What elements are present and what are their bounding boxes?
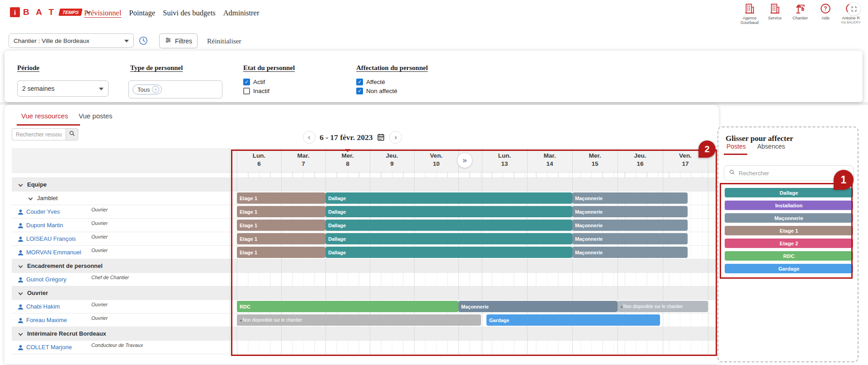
date-range-label: 6 - 17 févr. 2023 [320, 133, 373, 142]
bar-label: RDC [240, 304, 250, 309]
person-name[interactable]: Chabi Hakim [26, 300, 60, 314]
day-name: Mer. [572, 152, 618, 159]
person-name[interactable]: Dupont Martin [26, 219, 63, 232]
remove-chip-icon[interactable]: × [152, 86, 159, 93]
gantt-bar-etage-1[interactable]: Etage 1 [237, 220, 326, 231]
group-row-equipe[interactable]: Equipe [12, 178, 717, 192]
gantt-bar-gardage[interactable]: Gardage [486, 314, 660, 326]
tab-vue-ressources[interactable]: Vue ressources [21, 112, 68, 120]
quick-icon-label: Aide [821, 16, 830, 20]
assign-side-panel: Glisser pour affecter Postes Absences Da… [717, 126, 859, 362]
quick-icon-label: Antoine R [842, 16, 860, 20]
group-row-jamblet[interactable]: JambletEtage 1DallageMaçonnerie [12, 192, 717, 205]
gantt-bar-dallage[interactable]: Dallage [326, 247, 572, 258]
quick-agence-gourbaud[interactable]: Agence Gourbaud [737, 3, 762, 25]
gantt-bar-dallage[interactable]: Dallage [326, 192, 572, 204]
day-header-lun-13: Lun.13 [482, 148, 527, 173]
poste-chip-installation[interactable]: Installation [725, 201, 853, 210]
person-icon [17, 304, 24, 312]
gantt-bar-dallage[interactable]: Dallage [326, 233, 572, 244]
nav-suivi-des-budgets[interactable]: Suivi des budgets [163, 9, 215, 18]
tous-chip-label: Tous [137, 86, 150, 93]
crane-icon [794, 3, 806, 15]
person-role: Ouvrier [91, 248, 108, 253]
resource-search-input[interactable] [12, 128, 66, 140]
gantt-bar-dallage[interactable]: Dallage [326, 206, 572, 217]
poste-chip-etage-1[interactable]: Etage 1 [725, 226, 853, 235]
today-marker-icon [345, 149, 350, 155]
next-period-button[interactable]: › [389, 131, 402, 144]
gantt-bar-maconnerie[interactable]: Maçonnerie [572, 233, 688, 244]
gantt-bar-non-disponible-sur-le-chantier[interactable]: ◂Non disponible sur le chantier [237, 314, 481, 326]
type-personnel-input[interactable]: Tous × [128, 80, 222, 98]
person-name[interactable]: Guinot Grégory [26, 273, 66, 286]
periode-select[interactable]: 2 semaines [17, 80, 108, 97]
group-row-ouvrier[interactable]: Ouvrier [12, 286, 717, 300]
gantt-bar-maconnerie[interactable]: Maçonnerie [572, 220, 688, 231]
tab-vue-postes[interactable]: Vue postes [79, 112, 113, 120]
bar-label: Dallage [328, 236, 346, 242]
day-number: 14 [527, 160, 572, 167]
tab-postes[interactable]: Postes [726, 143, 746, 150]
poste-chip-dallage[interactable]: Dallage [725, 188, 853, 197]
nav-previsionnel[interactable]: Prévisionnel [84, 9, 122, 18]
person-role: Ouvrier [91, 302, 108, 307]
person-name[interactable]: Couder Yves [26, 205, 60, 219]
chantier-select[interactable]: Chantier : Ville de Bordeaux [9, 33, 134, 48]
gantt-bar-maconnerie[interactable]: Maçonnerie [572, 206, 688, 217]
tab-absences[interactable]: Absences [757, 143, 785, 150]
quick-aide[interactable]: ?Aide [813, 3, 838, 25]
fullscreen-button[interactable] [847, 2, 861, 16]
person-name[interactable]: LOISEAU François [26, 232, 76, 246]
gantt-bar-etage-1[interactable]: Etage 1 [237, 206, 326, 217]
skip-weekend-button[interactable]: » [457, 153, 472, 168]
person-name[interactable]: MORVAN Emmanuel [26, 246, 81, 259]
checkbox-affecte[interactable]: ✓Affecté [356, 79, 397, 85]
poste-chip-maconnerie[interactable]: Maçonnerie [725, 213, 853, 223]
calendar-icon[interactable] [377, 133, 385, 143]
gantt-bar-maconnerie[interactable]: Maçonnerie [572, 192, 688, 204]
affectation-personnel-label: Affectation du personnel [356, 64, 428, 72]
person-icon [17, 276, 24, 285]
gantt-bar-maconnerie[interactable]: Maçonnerie [572, 247, 688, 258]
person-icon [17, 317, 24, 326]
poste-chip-etage-2[interactable]: Etage 2 [725, 239, 853, 248]
reset-filters-button[interactable]: Réinitialiser [207, 37, 241, 45]
nav-pointage[interactable]: Pointage [129, 9, 156, 18]
gantt-bar-maconnerie[interactable]: Maçonnerie [458, 301, 618, 312]
main-content: Vue ressources Vue postes ‹ 6 - 17 févr.… [5, 105, 719, 364]
quick-service[interactable]: Service [762, 3, 788, 25]
chevron-down-icon [19, 182, 23, 187]
checkbox-actif[interactable]: ✓Actif [243, 79, 269, 85]
row-guinot-gregory: Guinot GrégoryChef de Chantier [12, 273, 717, 286]
prev-period-button[interactable]: ‹ [303, 131, 316, 144]
person-name[interactable]: Foreau Maxime [26, 314, 67, 327]
day-header-lun-6: Lun.6 [237, 148, 281, 173]
poste-search-input[interactable] [739, 170, 843, 177]
poste-chip-rdc[interactable]: RDC [725, 251, 853, 261]
person-name[interactable]: COLLET Marjorie [26, 341, 72, 354]
search-button[interactable] [66, 128, 78, 140]
gantt-bar-etage-1[interactable]: Etage 1 [237, 233, 326, 244]
gantt-bar-etage-1[interactable]: Etage 1 [237, 192, 326, 204]
group-row-interimaire-recrut-bordeaux[interactable]: Intérimaire Recrut Bordeaux [12, 327, 717, 341]
day-number: 10 [414, 160, 458, 167]
nav-administrer[interactable]: Administrer [223, 9, 259, 18]
day-name: Lun. [482, 152, 527, 159]
history-clock-icon[interactable] [138, 36, 148, 46]
person-icon [17, 249, 24, 258]
group-label: Ouvrier [27, 286, 48, 300]
checkbox-label: Inactif [253, 88, 269, 94]
quick-icon-sublabel: Via BAUDRY [841, 20, 861, 24]
poste-chip-gardage[interactable]: Gardage [725, 264, 853, 273]
gantt-bar-etage-1[interactable]: Etage 1 [237, 247, 326, 258]
gantt-bar-non-disponible-sur-le-chantier[interactable]: ◂Non disponible sur le chantier [618, 301, 708, 312]
gantt-bar-rdc[interactable]: RDC [237, 301, 458, 312]
gantt-bar-dallage[interactable]: Dallage [326, 220, 572, 231]
app-logo[interactable]: i B A T TEMPS [10, 7, 90, 17]
checkbox-inactif[interactable]: Inactif [243, 88, 269, 94]
checkbox-non-affecte[interactable]: ✓Non affecté [356, 88, 397, 94]
quick-chantier[interactable]: Chantier [788, 3, 813, 25]
row-collet-marjorie: COLLET MarjorieConducteur de Travaux [12, 341, 717, 354]
group-row-encadrement-de-personnel[interactable]: Encadrement de personnel [12, 259, 717, 273]
